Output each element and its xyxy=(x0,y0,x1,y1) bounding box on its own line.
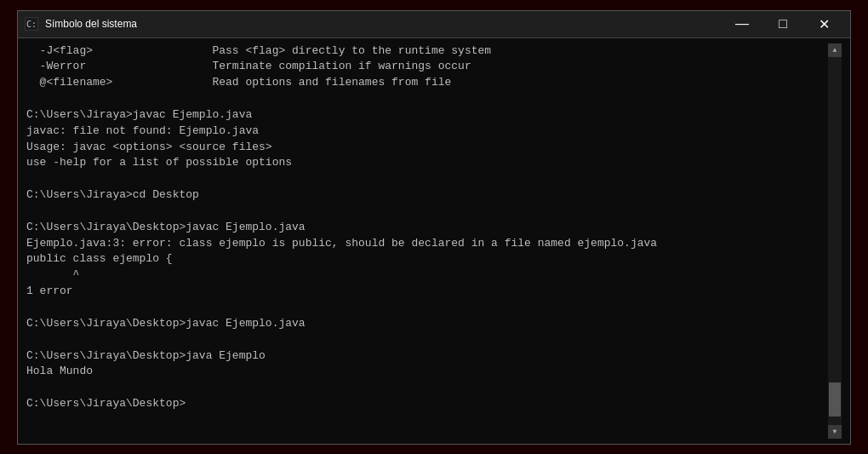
scrollbar-track[interactable] xyxy=(828,57,842,425)
svg-text:C:: C: xyxy=(26,20,37,29)
scrollbar[interactable]: ▲ ▼ xyxy=(828,43,842,439)
window-controls: — □ ✕ xyxy=(722,10,843,37)
scroll-down-arrow[interactable]: ▼ xyxy=(828,425,842,439)
maximize-button[interactable]: □ xyxy=(763,10,802,37)
minimize-button[interactable]: — xyxy=(722,10,762,37)
terminal-output: -J<flag> Pass <flag> directly to the run… xyxy=(26,43,828,439)
terminal-window: C: Símbolo del sistema — □ ✕ -J<flag> Pa… xyxy=(17,10,851,445)
close-button[interactable]: ✕ xyxy=(804,10,843,37)
title-bar: C: Símbolo del sistema — □ ✕ xyxy=(18,11,850,38)
scrollbar-thumb[interactable] xyxy=(829,382,841,417)
terminal-body[interactable]: -J<flag> Pass <flag> directly to the run… xyxy=(18,38,850,444)
window-title: Símbolo del sistema xyxy=(45,18,722,30)
scroll-up-arrow[interactable]: ▲ xyxy=(828,43,842,57)
app-icon: C: xyxy=(25,17,38,31)
